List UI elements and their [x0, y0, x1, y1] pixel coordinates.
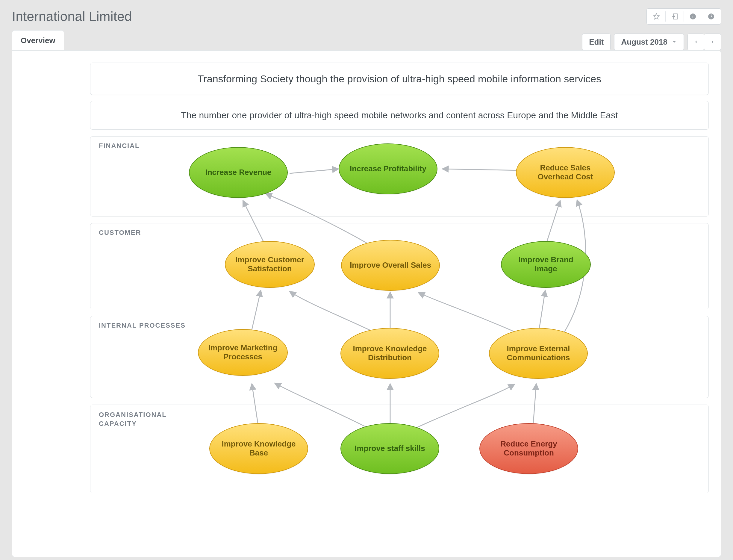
chevron-right-icon — [710, 37, 715, 47]
node-label: Reduce Energy Consumption — [485, 440, 572, 458]
header-icon-strip — [646, 8, 721, 25]
node-label: Reduce Sales Overhead Cost — [522, 164, 609, 181]
history-icon[interactable] — [703, 10, 719, 23]
chevron-left-icon — [693, 37, 699, 47]
node-improve-customer-satisfaction[interactable]: Improve Customer Satisfaction — [225, 241, 315, 288]
node-label: Improve Knowledge Distribution — [346, 344, 433, 362]
period-next-button[interactable] — [704, 34, 721, 50]
period-label: August 2018 — [621, 37, 667, 47]
node-improve-staff-skills[interactable]: Improve staff skills — [340, 423, 439, 474]
section-label-internal: INTERNAL PROCESSES — [99, 322, 186, 329]
node-label: Increase Profitability — [350, 164, 426, 173]
star-icon[interactable] — [649, 10, 664, 23]
mission-text: The number one provider of ultra-high sp… — [181, 110, 618, 120]
node-improve-marketing-processes[interactable]: Improve Marketing Processes — [198, 329, 288, 376]
section-label-organisational: ORGANISATIONAL CAPACITY — [99, 410, 171, 428]
node-improve-overall-sales[interactable]: Improve Overall Sales — [341, 240, 440, 291]
tab-label: Overview — [21, 36, 55, 45]
strategy-map-panel: Transforming Society though the provisio… — [12, 50, 721, 557]
tab-overview[interactable]: Overview — [12, 30, 64, 51]
node-label: Improve Marketing Processes — [204, 343, 282, 361]
node-reduce-sales-overhead[interactable]: Reduce Sales Overhead Cost — [516, 147, 615, 198]
section-label-customer: CUSTOMER — [99, 229, 141, 237]
node-label: Improve Customer Satisfaction — [231, 255, 309, 273]
edit-button[interactable]: Edit — [582, 34, 611, 50]
node-label: Improve External Communications — [495, 344, 582, 362]
strategy-map-canvas: Transforming Society though the provisio… — [12, 51, 721, 557]
info-icon[interactable] — [685, 10, 701, 23]
tab-row: Overview Edit August 2018 — [0, 30, 733, 50]
page-header: International Limited — [0, 0, 733, 27]
node-increase-revenue[interactable]: Increase Revenue — [189, 147, 288, 198]
node-label: Improve Knowledge Base — [215, 440, 302, 458]
edit-label: Edit — [589, 37, 604, 47]
section-label-financial: FINANCIAL — [99, 142, 140, 150]
mission-panel[interactable]: The number one provider of ultra-high sp… — [90, 101, 709, 130]
export-icon[interactable] — [667, 10, 682, 23]
chevron-down-icon — [672, 37, 677, 47]
node-label: Improve Overall Sales — [350, 261, 431, 270]
page-title: International Limited — [12, 9, 132, 24]
node-improve-external-communications[interactable]: Improve External Communications — [489, 328, 588, 379]
tabs: Overview — [12, 30, 64, 50]
node-increase-profitability[interactable]: Increase Profitability — [339, 143, 437, 194]
divider — [665, 11, 666, 22]
node-improve-brand-image[interactable]: Improve Brand Image — [501, 241, 591, 288]
vision-text: Transforming Society though the provisio… — [198, 73, 601, 85]
svg-rect-2 — [693, 15, 693, 15]
view-controls: Edit August 2018 — [582, 34, 721, 50]
node-improve-knowledge-distribution[interactable]: Improve Knowledge Distribution — [340, 328, 439, 379]
period-pager — [687, 34, 721, 50]
header-actions — [646, 8, 721, 25]
period-select[interactable]: August 2018 — [614, 34, 684, 50]
divider — [684, 11, 684, 22]
node-reduce-energy-consumption[interactable]: Reduce Energy Consumption — [479, 423, 578, 474]
node-label: Improve Brand Image — [507, 255, 585, 273]
node-label: Increase Revenue — [205, 168, 271, 177]
period-prev-button[interactable] — [687, 34, 704, 50]
node-improve-knowledge-base[interactable]: Improve Knowledge Base — [209, 423, 308, 474]
node-label: Improve staff skills — [355, 444, 425, 453]
vision-panel[interactable]: Transforming Society though the provisio… — [90, 63, 709, 95]
svg-rect-1 — [693, 16, 693, 18]
